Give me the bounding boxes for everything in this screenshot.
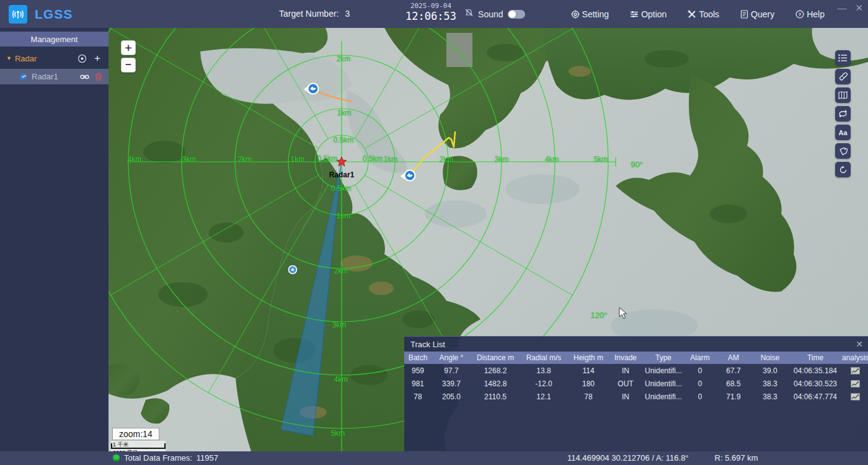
- measure-ruler-button[interactable]: [835, 69, 851, 84]
- menu-query[interactable]: Query: [740, 9, 774, 19]
- small-target-icon[interactable]: [289, 266, 297, 274]
- track-cell: 04:06:30.523: [789, 379, 842, 388]
- track-cell: 0: [684, 379, 715, 388]
- track-cell: 1268.2: [471, 366, 520, 375]
- track-cell: 71.9: [715, 392, 751, 401]
- zoom-level-label: zoom:14: [112, 428, 159, 440]
- time-display: 12:06:53: [391, 10, 471, 22]
- menu-tools[interactable]: Tools: [688, 9, 719, 19]
- sidebar: Management ▼ Radar ＋ Radar1: [0, 28, 108, 451]
- sync-tracks-button[interactable]: [835, 106, 851, 122]
- label-text-button[interactable]: Aa: [835, 125, 851, 140]
- track-cell: 0: [684, 392, 715, 401]
- track-cell: 1482.8: [471, 379, 520, 388]
- track-cell: 38.3: [751, 379, 789, 388]
- document-icon: [740, 10, 748, 19]
- analysis-chart-icon[interactable]: [842, 379, 868, 388]
- status-ok-icon: [113, 454, 120, 461]
- track-cell: 114: [568, 366, 609, 375]
- radar-device-icon: [19, 73, 27, 81]
- close-button[interactable]: ✕: [855, 2, 863, 14]
- track-cell: IN: [609, 392, 642, 401]
- app-title: LGSS: [35, 7, 73, 22]
- tag-button[interactable]: [835, 143, 851, 159]
- delete-trash-icon[interactable]: [95, 73, 102, 81]
- track-row[interactable]: 95997.71268.213.8114INUnidentifi...067.7…: [404, 364, 868, 377]
- analysis-chart-icon[interactable]: [842, 392, 868, 401]
- track-cell: 78: [568, 392, 609, 401]
- cursor-range: R: 5.697 km: [715, 453, 758, 463]
- add-radar-icon[interactable]: ＋: [92, 52, 102, 65]
- track-trail-yellow: [412, 132, 455, 172]
- menu-help[interactable]: ? Help: [795, 9, 825, 19]
- sound-label: Sound: [478, 9, 503, 19]
- track-table-body: 95997.71268.213.8114INUnidentifi...067.7…: [404, 364, 868, 403]
- sound-muted-icon: [464, 8, 474, 20]
- cursor-coordinates: 114.469904 30.212706 / A: 116.8°: [567, 453, 689, 463]
- radar-beam: [281, 162, 342, 436]
- visibility-eye-icon[interactable]: [78, 54, 87, 63]
- track-cell: 39.0: [751, 366, 789, 375]
- date-display: 2025-09-04: [391, 2, 471, 10]
- tree-item-radar1[interactable]: Radar1: [0, 69, 108, 84]
- track-cell: 04:06:35.184: [789, 366, 842, 375]
- app-window: LGSS Target Number:3 2025-09-04 12:06:53…: [0, 0, 868, 465]
- track-trail-orange: [316, 91, 352, 102]
- track-cell: -12.0: [520, 379, 568, 388]
- sound-toggle[interactable]: [508, 10, 525, 19]
- track-cell: 959: [404, 366, 432, 375]
- map-button[interactable]: [835, 87, 851, 103]
- help-icon: ?: [795, 10, 804, 19]
- track-cell: Unidentifi...: [642, 379, 684, 388]
- track-cell: 12.1: [520, 392, 568, 401]
- track-list-title: Track List: [410, 340, 445, 349]
- track-cell: 2110.5: [471, 392, 520, 401]
- target-number: Target Number:3: [279, 9, 350, 19]
- tools-icon: [688, 10, 696, 19]
- map-toolbar: Aa: [835, 50, 851, 177]
- refresh-button[interactable]: [835, 162, 851, 177]
- sliders-icon: [630, 10, 639, 19]
- caret-down-icon[interactable]: ▼: [6, 55, 12, 61]
- track-cell: Unidentifi...: [642, 366, 684, 375]
- track-row[interactable]: 78205.02110.512.178INUnidentifi...071.93…: [404, 390, 868, 403]
- track-cell: 981: [404, 379, 432, 388]
- track-cell: IN: [609, 366, 642, 375]
- bird-target-icon[interactable]: [401, 170, 416, 182]
- zoom-out-button[interactable]: −: [121, 58, 136, 73]
- svg-text:?: ?: [799, 12, 802, 17]
- radar-site-label: Radar1: [329, 170, 355, 179]
- app-logo: LGSS: [0, 5, 108, 24]
- layer-list-button[interactable]: [835, 50, 851, 66]
- sound-control: Sound: [464, 8, 525, 20]
- track-cell: 180: [568, 379, 609, 388]
- status-bar: Total Data Frames: 11957 114.469904 30.2…: [0, 451, 868, 465]
- data-frames-status: Total Data Frames: 11957: [113, 453, 218, 463]
- minimize-button[interactable]: —: [837, 2, 846, 14]
- track-cell: 04:06:47.774: [789, 392, 842, 401]
- bird-target-icon[interactable]: [304, 83, 319, 95]
- sidebar-title: Management: [0, 32, 108, 46]
- menu-option[interactable]: Option: [630, 9, 666, 19]
- track-list-panel: Track List ✕ Batch Angle ° Distance m Ra…: [404, 336, 868, 451]
- analysis-chart-icon[interactable]: [842, 366, 868, 375]
- track-cell: 68.5: [715, 379, 751, 388]
- track-cell: 13.8: [520, 366, 568, 375]
- map-scalebar: 1 千米 2000 英尺: [111, 441, 166, 451]
- track-cell: Unidentifi...: [642, 392, 684, 401]
- track-cell: 97.7: [432, 366, 471, 375]
- track-table-header: Batch Angle ° Distance m Radial m/s Heig…: [404, 352, 868, 364]
- track-cell: 38.3: [751, 392, 789, 401]
- clock: 2025-09-04 12:06:53: [391, 2, 471, 22]
- scale-km: 1 千米: [111, 441, 166, 449]
- menu-setting[interactable]: Setting: [571, 9, 609, 19]
- panel-close-icon[interactable]: ✕: [856, 339, 863, 349]
- track-row[interactable]: 981339.71482.8-12.0180OUTUnidentifi...06…: [404, 377, 868, 390]
- track-cell: 339.7: [432, 379, 471, 388]
- zoom-controls: ＋ −: [121, 40, 136, 75]
- track-cell: 78: [404, 392, 432, 401]
- link-icon[interactable]: [80, 74, 89, 80]
- tree-group-radar[interactable]: ▼ Radar ＋: [0, 50, 108, 66]
- track-cell: 205.0: [432, 392, 471, 401]
- zoom-in-button[interactable]: ＋: [121, 40, 136, 55]
